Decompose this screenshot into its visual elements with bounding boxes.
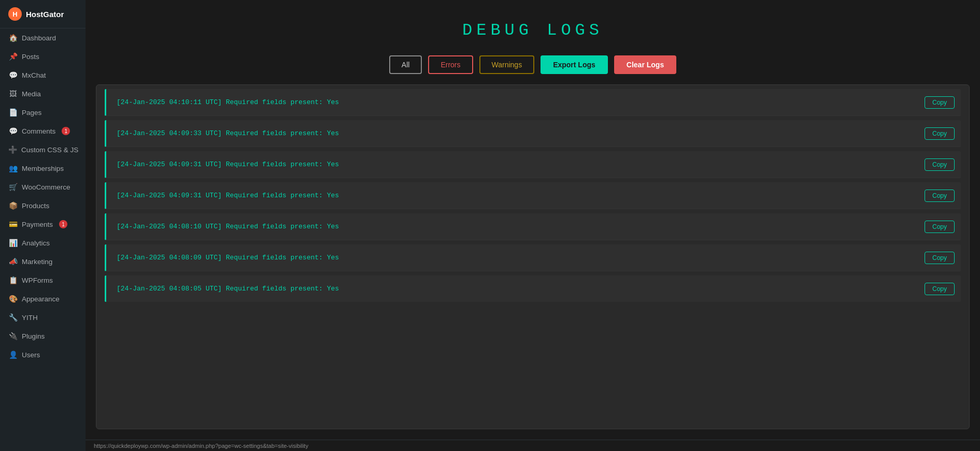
payments-badge: 1 (59, 220, 67, 228)
marketing-icon: 📣 (8, 257, 18, 266)
woocommerce-icon: 🛒 (8, 183, 18, 191)
filter-warnings-button[interactable]: Warnings (479, 55, 535, 74)
sidebar-item-yith[interactable]: 🔧YITH (0, 308, 86, 327)
sidebar-item-payments[interactable]: 💳Payments1 (0, 215, 86, 234)
log-text: [24-Jan-2025 04:09:31 UTC] Required fiel… (117, 192, 930, 199)
app-name: HostGator (26, 10, 64, 19)
media-icon: 🖼 (8, 90, 18, 98)
sidebar-item-woocommerce[interactable]: 🛒WooCommerce (0, 178, 86, 196)
sidebar-label-wpforms: WPForms (22, 277, 53, 284)
log-text: [24-Jan-2025 04:08:05 UTC] Required fiel… (117, 285, 930, 293)
sidebar-item-plugins[interactable]: 🔌Plugins (0, 327, 86, 345)
sidebar-label-comments: Comments (22, 127, 55, 135)
mxchat-icon: 💬 (8, 71, 18, 79)
log-entry: [24-Jan-2025 04:08:05 UTC] Required fiel… (105, 275, 961, 302)
clear-logs-button[interactable]: Clear Logs (614, 55, 676, 74)
copy-button-2[interactable]: Copy (925, 127, 955, 140)
sidebar-item-pages[interactable]: 📄Pages (0, 103, 86, 122)
log-text: [24-Jan-2025 04:08:10 UTC] Required fiel… (117, 223, 930, 230)
sidebar-item-custom-css-js[interactable]: ➕Custom CSS & JS (0, 140, 86, 159)
sidebar-label-marketing: Marketing (22, 258, 52, 266)
copy-button-6[interactable]: Copy (925, 252, 955, 264)
payments-icon: 💳 (8, 220, 18, 228)
status-bar: https://quickdeploywp.com/wp-admin/admin… (86, 440, 980, 451)
sidebar-item-mxchat[interactable]: 💬MxChat (0, 66, 86, 84)
sidebar-label-payments: Payments (22, 221, 53, 228)
status-url: https://quickdeploywp.com/wp-admin/admin… (94, 443, 308, 449)
sidebar-item-comments[interactable]: 💬Comments1 (0, 122, 86, 140)
sidebar-item-dashboard[interactable]: 🏠Dashboard (0, 28, 86, 47)
sidebar-label-media: Media (22, 90, 41, 98)
sidebar-item-analytics[interactable]: 📊Analytics (0, 234, 86, 252)
filter-errors-button[interactable]: Errors (428, 55, 473, 74)
sidebar-item-media[interactable]: 🖼Media (0, 84, 86, 103)
custom-css-js-icon: ➕ (8, 146, 17, 154)
sidebar-item-memberships[interactable]: 👥Memberships (0, 159, 86, 178)
posts-icon: 📌 (8, 52, 18, 61)
sidebar-label-plugins: Plugins (22, 332, 45, 340)
log-text: [24-Jan-2025 04:09:33 UTC] Required fiel… (117, 129, 930, 137)
users-icon: 👤 (8, 351, 18, 359)
sidebar-item-posts[interactable]: 📌Posts (0, 47, 86, 66)
sidebar-label-users: Users (22, 351, 40, 359)
log-entry: [24-Jan-2025 04:09:31 UTC] Required fiel… (105, 151, 961, 178)
log-entry: [24-Jan-2025 04:09:31 UTC] Required fiel… (105, 182, 961, 209)
sidebar-label-pages: Pages (22, 109, 41, 117)
main-content: DEBUG LOGS All Errors Warnings Export Lo… (86, 0, 980, 451)
pages-icon: 📄 (8, 108, 18, 117)
memberships-icon: 👥 (8, 164, 18, 172)
log-text: [24-Jan-2025 04:09:31 UTC] Required fiel… (117, 161, 930, 168)
sidebar-item-users[interactable]: 👤Users (0, 345, 86, 364)
sidebar-label-analytics: Analytics (22, 239, 50, 247)
log-entry: [24-Jan-2025 04:09:33 UTC] Required fiel… (105, 120, 961, 147)
sidebar-label-dashboard: Dashboard (22, 34, 56, 42)
sidebar-label-mxchat: MxChat (22, 71, 46, 79)
log-text: [24-Jan-2025 04:08:09 UTC] Required fiel… (117, 254, 930, 261)
sidebar: H HostGator 🏠Dashboard📌Posts💬MxChat🖼Medi… (0, 0, 86, 451)
wpforms-icon: 📋 (8, 276, 18, 284)
app-logo[interactable]: H HostGator (0, 0, 86, 28)
log-text: [24-Jan-2025 04:10:11 UTC] Required fiel… (117, 98, 930, 106)
log-entry: [24-Jan-2025 04:08:10 UTC] Required fiel… (105, 213, 961, 240)
filter-all-button[interactable]: All (389, 55, 422, 74)
copy-button-7[interactable]: Copy (925, 283, 955, 295)
page-title: DEBUG LOGS (96, 21, 970, 40)
sidebar-label-memberships: Memberships (22, 165, 64, 172)
sidebar-nav: 🏠Dashboard📌Posts💬MxChat🖼Media📄Pages💬Comm… (0, 28, 86, 364)
analytics-icon: 📊 (8, 239, 18, 247)
sidebar-item-wpforms[interactable]: 📋WPForms (0, 271, 86, 289)
copy-button-3[interactable]: Copy (925, 158, 955, 171)
sidebar-label-woocommerce: WooCommerce (22, 183, 70, 191)
sidebar-label-posts: Posts (22, 53, 39, 61)
sidebar-label-products: Products (22, 202, 49, 210)
products-icon: 📦 (8, 201, 18, 210)
sidebar-item-appearance[interactable]: 🎨Appearance (0, 289, 86, 308)
sidebar-item-marketing[interactable]: 📣Marketing (0, 252, 86, 271)
copy-button-4[interactable]: Copy (925, 190, 955, 202)
log-entries-list: [24-Jan-2025 04:10:11 UTC] Required fiel… (96, 89, 969, 302)
copy-button-5[interactable]: Copy (925, 221, 955, 233)
copy-button-1[interactable]: Copy (925, 96, 955, 109)
sidebar-label-yith: YITH (22, 314, 38, 322)
sidebar-item-products[interactable]: 📦Products (0, 196, 86, 215)
filter-bar: All Errors Warnings Export Logs Clear Lo… (86, 50, 980, 84)
logs-container[interactable]: [24-Jan-2025 04:10:11 UTC] Required fiel… (96, 84, 970, 429)
sidebar-label-custom-css-js: Custom CSS & JS (21, 146, 78, 154)
comments-badge: 1 (62, 127, 70, 135)
log-entry: [24-Jan-2025 04:08:09 UTC] Required fiel… (105, 244, 961, 271)
page-header: DEBUG LOGS (86, 0, 980, 50)
comments-icon: 💬 (8, 127, 18, 135)
sidebar-label-appearance: Appearance (22, 295, 60, 303)
export-logs-button[interactable]: Export Logs (541, 55, 608, 74)
log-entry: [24-Jan-2025 04:10:11 UTC] Required fiel… (105, 89, 961, 116)
yith-icon: 🔧 (8, 313, 18, 322)
logo-icon: H (8, 7, 22, 21)
dashboard-icon: 🏠 (8, 34, 18, 42)
appearance-icon: 🎨 (8, 295, 18, 303)
plugins-icon: 🔌 (8, 332, 18, 340)
